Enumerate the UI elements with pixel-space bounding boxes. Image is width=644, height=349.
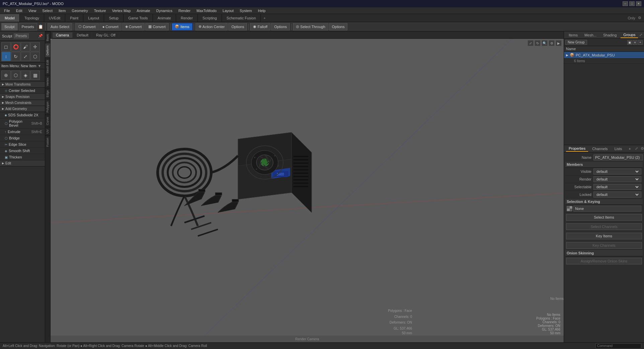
menu-view[interactable]: View (26, 8, 39, 13)
group-view-btn-2[interactable]: ≡ (633, 40, 637, 45)
select-tool[interactable]: ◻ (1, 42, 11, 51)
vp-settings-btn[interactable]: ⚙ (549, 40, 555, 46)
vert-tab-mesh-edit[interactable]: Mesh Edit (45, 57, 50, 75)
tab-lists[interactable]: Lists (612, 146, 625, 151)
settings-icon[interactable]: ⚙ (638, 16, 641, 20)
maximize-button[interactable]: □ (629, 1, 635, 6)
polygon-bevel-item[interactable]: ⬡ Polygon Bevel Shift+B (0, 118, 45, 129)
tab-properties[interactable]: Properties (566, 146, 588, 152)
transform-tool[interactable]: ✛ (30, 42, 40, 51)
command-input[interactable] (595, 343, 641, 349)
convert-button-1[interactable]: ⬡ Convert (75, 23, 99, 30)
vp-tab-default[interactable]: Default (73, 32, 92, 38)
tx-icon-4[interactable]: ▦ (30, 71, 40, 80)
tx-icon-1[interactable]: ⊕ (1, 71, 11, 80)
tab-model[interactable]: Model (0, 14, 20, 22)
menu-help[interactable]: Help (255, 8, 268, 13)
props-resize-icon[interactable]: ⤢ (635, 146, 638, 151)
vert-tab-uv[interactable]: UV (45, 127, 50, 136)
rotate-tool[interactable]: ↻ (11, 52, 20, 61)
vp-tab-ray-gl[interactable]: Ray GL: Off (93, 32, 119, 38)
mesh-constraints-section[interactable]: ▶ Mesh Constraints (0, 100, 45, 106)
panel-tab-groups[interactable]: Groups (621, 32, 638, 38)
tab-topology[interactable]: Topology (20, 14, 44, 22)
paint-tool[interactable]: 🖌 (21, 42, 30, 51)
vert-tab-basic[interactable]: Basic (45, 31, 50, 43)
name-input[interactable] (593, 154, 643, 160)
edge-slice-item[interactable]: ✂ Edge Slice (0, 141, 45, 148)
auto-select-button[interactable]: Auto Select (48, 23, 72, 30)
group-item-psu[interactable]: ▶ 📦 PC_ATX_Modular_PSU (564, 52, 644, 59)
tab-layout[interactable]: Layout (83, 14, 104, 22)
selection-keying-section[interactable]: Selection & Keying (565, 199, 643, 205)
menu-select[interactable]: Select (39, 8, 55, 13)
vert-tab-polygon[interactable]: Polygon (45, 99, 50, 115)
title-controls[interactable]: ─ □ ✕ (623, 1, 641, 6)
onion-skinning-section[interactable]: Onion Skinning (565, 250, 643, 256)
select-through-button[interactable]: ◎ Select Through (293, 23, 328, 30)
menu-dynamics[interactable]: Dynamics (154, 8, 175, 13)
visible-select[interactable]: default (595, 169, 640, 174)
panel-tab-items[interactable]: Items (566, 32, 580, 38)
tab-animate[interactable]: Animate (153, 14, 176, 22)
menu-item[interactable]: Item (56, 8, 68, 13)
menu-render[interactable]: Render (176, 8, 193, 13)
panel-tab-shading[interactable]: Shading (600, 32, 619, 38)
menu-animate[interactable]: Animate (134, 8, 153, 13)
render-select[interactable]: default (595, 177, 640, 182)
select-items-button[interactable]: Select Items (566, 214, 642, 221)
sculpt-button[interactable]: Sculpt (1, 23, 18, 30)
tab-render[interactable]: Render (176, 14, 198, 22)
vp-expand-btn[interactable]: ▶ (556, 40, 562, 46)
assign-button[interactable]: Assign/Remove Onion Skins (566, 258, 642, 264)
menu-file[interactable]: File (1, 8, 13, 13)
vp-zoom-btn[interactable]: 🔍 (542, 40, 548, 46)
key-channels-button[interactable]: Key Channels (566, 242, 642, 249)
vp-refresh-btn[interactable]: ↻ (535, 40, 541, 46)
tx-icon-3[interactable]: ◈ (21, 71, 30, 80)
menu-vertexmap[interactable]: Vertex Map (109, 8, 134, 13)
selectable-select[interactable]: default (595, 185, 640, 189)
tx-icon-2[interactable]: ⬡ (11, 71, 20, 80)
new-group-button[interactable]: New Group (565, 40, 587, 45)
tab-add[interactable]: + (626, 146, 633, 151)
options2-button[interactable]: Options (271, 23, 290, 30)
tab-uvedit[interactable]: UVEdit (44, 14, 65, 22)
viewport-canvas[interactable]: 1600 (51, 39, 564, 336)
tab-scripting[interactable]: Scripting (198, 14, 222, 22)
tab-game-tools[interactable]: Game Tools (124, 14, 153, 22)
smooth-shift-item[interactable]: ◈ Smooth Shift (0, 148, 45, 154)
items-button[interactable]: 📦 Items (172, 23, 192, 30)
convert-button-2[interactable]: ● Convert (99, 23, 122, 30)
panel-tab-mesh[interactable]: Mesh... (582, 32, 599, 38)
minimize-button[interactable]: ─ (623, 1, 628, 6)
lasso-tool[interactable]: ⭕ (11, 42, 20, 51)
presets-label[interactable]: Presets (14, 33, 29, 38)
locked-value[interactable]: default (593, 192, 641, 198)
convert-button-3[interactable]: ◈ Convert (122, 23, 145, 30)
snaps-precision-section[interactable]: ▶ Snaps Precision (0, 94, 45, 100)
menu-geometry[interactable]: Geometry (69, 8, 90, 13)
vert-tab-deform[interactable]: Deform (45, 43, 50, 57)
options1-button[interactable]: Options (228, 23, 247, 30)
options3-button[interactable]: Options (329, 23, 348, 30)
scale-tool[interactable]: ⤢ (21, 52, 30, 61)
presets-button[interactable]: Presets (19, 23, 37, 30)
convert-button-4[interactable]: ▦ Convert (145, 23, 169, 30)
tab-channels[interactable]: Channels (589, 146, 610, 151)
presets-pin-icon[interactable]: 📌 (38, 34, 43, 38)
menu-edit[interactable]: Edit (13, 8, 25, 13)
tab-setup[interactable]: Setup (104, 14, 124, 22)
vert-tab-edge[interactable]: Edge (45, 88, 50, 99)
tab-paint[interactable]: Paint (65, 14, 83, 22)
menu-layout[interactable]: Layout (220, 8, 236, 13)
visible-value[interactable]: default (593, 168, 641, 174)
viewport-area[interactable]: Camera Default Ray GL: Off ⤢ ↻ 🔍 ⚙ ▶ (51, 31, 564, 342)
move-tool[interactable]: ↕ (1, 52, 11, 61)
props-settings-icon[interactable]: ⚙ (641, 146, 644, 151)
add-tab-button[interactable]: + (261, 15, 268, 21)
center-selected-item[interactable]: ⊹ Center Selected (0, 88, 45, 94)
thicken-item[interactable]: ▣ Thicken (0, 154, 45, 160)
key-items-button[interactable]: Key Items (566, 233, 642, 239)
action-center-button[interactable]: ⊕ Action Center (195, 23, 228, 30)
